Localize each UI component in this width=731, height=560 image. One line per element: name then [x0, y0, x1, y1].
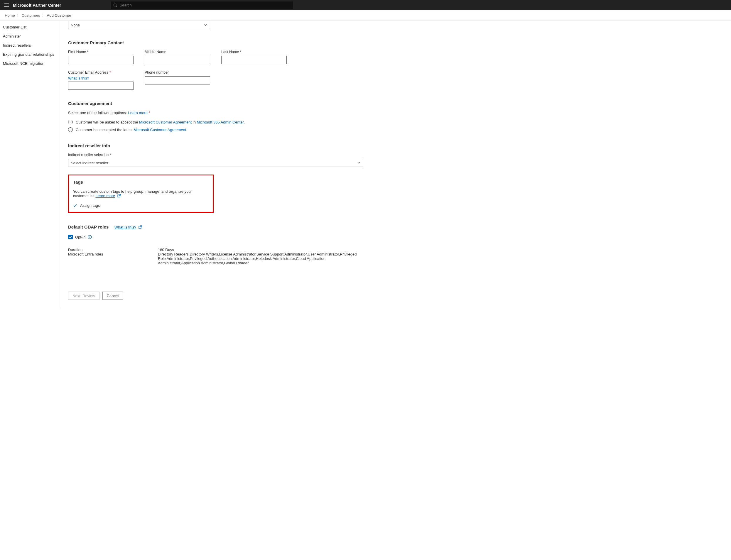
email-input[interactable]	[68, 82, 133, 90]
agreement-option-1[interactable]: Customer will be asked to accept the Mic…	[68, 120, 731, 124]
opt1-link-mca[interactable]: Microsoft Customer Agreement	[139, 120, 192, 124]
opt1-link-m365[interactable]: Microsoft 365 Admin Center	[197, 120, 244, 124]
sidebar: Customer List Administer Indirect resell…	[0, 21, 61, 309]
opt1-prefix: Customer will be asked to accept the	[76, 120, 139, 124]
sidebar-item-indirect-resellers[interactable]: Indirect resellers	[0, 41, 61, 50]
agreement-intro: Select one of the following options:	[68, 111, 128, 115]
search-icon	[113, 3, 117, 7]
radio-icon	[68, 127, 73, 132]
search-input[interactable]	[120, 3, 291, 7]
opt1-mid: in	[192, 120, 197, 124]
sidebar-item-expiring-granular[interactable]: Expiring granular relationships	[0, 50, 61, 59]
sidebar-item-customer-list[interactable]: Customer List	[0, 23, 61, 32]
gdap-heading: Default GDAP roles	[68, 224, 109, 229]
optin-label: Opt-in	[75, 235, 85, 239]
breadcrumb-customers[interactable]: Customers	[20, 13, 42, 18]
svg-line-5	[140, 226, 142, 227]
entra-roles-label: Microsoft Entra roles	[68, 252, 158, 256]
app-title: Microsoft Partner Center	[13, 3, 61, 8]
sidebar-item-administer[interactable]: Administer	[0, 32, 61, 41]
chevron-right-icon: 〉	[42, 13, 45, 18]
opt2-suffix: .	[186, 128, 187, 132]
cancel-button[interactable]: Cancel	[102, 292, 123, 300]
next-review-button: Next: Review	[68, 292, 99, 300]
first-name-input[interactable]	[68, 56, 133, 64]
middle-name-input[interactable]	[145, 56, 210, 64]
svg-line-3	[119, 194, 121, 196]
reseller-select-placeholder: Select indirect reseller	[71, 161, 108, 165]
agreement-learn-more-link[interactable]: Learn more	[128, 111, 148, 115]
svg-point-0	[114, 4, 116, 6]
checkmark-icon	[73, 204, 77, 208]
duration-value: 180 Days	[158, 248, 363, 252]
sidebar-item-nce-migration[interactable]: Microsoft NCE migration	[0, 59, 61, 68]
chevron-right-icon: 〉	[17, 13, 20, 18]
primary-contact-heading: Customer Primary Contact	[68, 40, 731, 45]
chevron-down-icon	[357, 161, 360, 165]
gdap-what-is-this-link[interactable]: What is this?	[114, 225, 136, 229]
agreement-heading: Customer agreement	[68, 101, 731, 106]
entra-roles-value: Directory Readers,Directory Writers,Lice…	[158, 252, 363, 265]
last-name-label: Last Name	[221, 50, 287, 54]
optin-checkbox-row[interactable]: Opt-in	[68, 235, 731, 239]
main-content: None Customer Primary Contact First Name…	[61, 21, 731, 309]
info-icon[interactable]	[88, 235, 92, 239]
opt2-link-mca[interactable]: Microsoft Customer Agreement	[133, 128, 186, 132]
duration-label: Duration	[68, 248, 158, 252]
email-label: Customer Email Address	[68, 70, 133, 75]
top-select[interactable]: None	[68, 21, 210, 29]
agreement-option-2[interactable]: Customer has accepted the latest Microso…	[68, 127, 731, 132]
opt2-prefix: Customer has accepted the latest	[76, 128, 133, 132]
phone-label: Phone number	[145, 70, 210, 75]
opt1-suffix: .	[243, 120, 245, 124]
assign-tags-button[interactable]: Assign tags	[73, 203, 209, 208]
svg-point-8	[90, 236, 90, 236]
breadcrumb: Home 〉 Customers 〉 Add Customer	[0, 10, 731, 21]
last-name-input[interactable]	[221, 56, 287, 64]
top-bar: Microsoft Partner Center	[0, 0, 731, 10]
top-select-value: None	[71, 23, 80, 27]
tags-heading: Tags	[73, 180, 209, 185]
breadcrumb-current: Add Customer	[45, 13, 73, 18]
tags-learn-more-link[interactable]: Learn more	[96, 194, 115, 198]
external-link-icon	[117, 194, 121, 197]
external-link-icon	[138, 225, 142, 229]
first-name-label: First Name	[68, 50, 133, 54]
reseller-select[interactable]: Select indirect reseller	[68, 159, 363, 167]
menu-icon[interactable]	[4, 4, 9, 7]
reseller-label: Indirect reseller selection	[68, 153, 731, 157]
tags-desc: You can create custom tags to help group…	[73, 189, 192, 198]
tags-callout: Tags You can create custom tags to help …	[68, 175, 214, 213]
assign-tags-label: Assign tags	[80, 203, 100, 208]
reseller-heading: Indirect reseller info	[68, 143, 731, 148]
radio-icon	[68, 120, 73, 124]
chevron-down-icon	[204, 23, 207, 27]
middle-name-label: Middle Name	[145, 50, 210, 54]
svg-line-1	[116, 6, 117, 7]
checkbox-checked-icon	[68, 235, 73, 239]
search-box[interactable]	[111, 1, 293, 9]
email-what-is-this-link[interactable]: What is this?	[68, 76, 133, 80]
phone-input[interactable]	[145, 76, 210, 84]
breadcrumb-home[interactable]: Home	[3, 13, 17, 18]
